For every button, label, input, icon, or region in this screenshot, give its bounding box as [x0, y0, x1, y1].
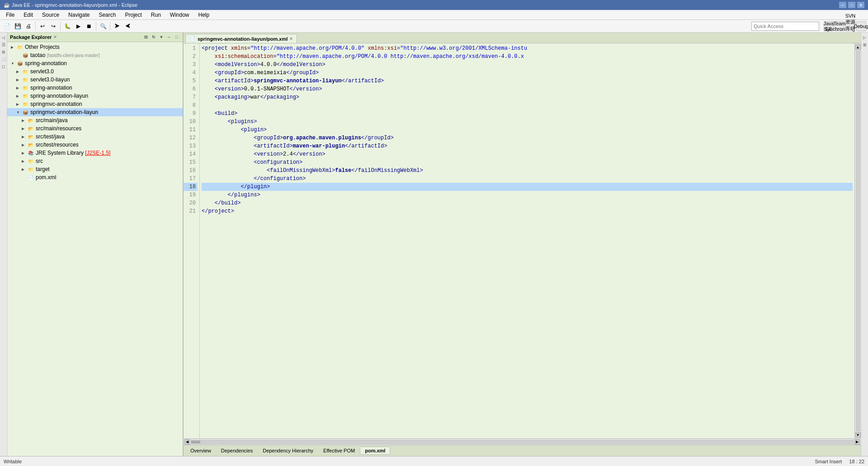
maximize-view-icon[interactable]: □ [174, 34, 180, 40]
tree-item-servlet30-liayun[interactable]: ▶ 📁 servlet3.0-liayun [7, 76, 183, 84]
code-line-14: <version>2.4</version> [202, 150, 853, 158]
tree-item-jre[interactable]: ▶ 📚 JRE System Library [J2SE-1.5] [7, 149, 183, 157]
undo-button[interactable]: ↩ [38, 21, 47, 31]
tree-item-src-test-resources[interactable]: ▶ 📂 src/test/resources [7, 141, 183, 149]
tree-item-target[interactable]: ▶ 📁 target [7, 165, 183, 173]
tree-item-spring-annotation-liayun[interactable]: ▶ 📁 spring-annotation-liayun [7, 92, 183, 100]
tree-item-springmvc-annotation-liayun[interactable]: ▼ 📦 springmvc-annotation-liayun [7, 108, 183, 116]
src-icon: 📂 [27, 133, 34, 140]
vertical-scrollbar[interactable]: ▲ ▼ [854, 43, 861, 438]
tree-label: spring-annotation-liayun [30, 93, 88, 99]
app-icon: ☕ [4, 2, 10, 8]
scroll-left-arrow[interactable]: ◀ [184, 439, 190, 445]
project-icon: 📦 [16, 60, 24, 67]
folder-icon: 📁 [27, 166, 34, 173]
horizontal-scrollbar[interactable]: ◀ ▶ [184, 438, 861, 445]
tree-arrow: ▼ [11, 62, 16, 66]
editor-tab-pom[interactable]: 📄 springmvc-annotation-liayun/pom.xml ✕ [185, 34, 297, 43]
bottom-tab-pom-xml[interactable]: pom.xml [360, 447, 390, 455]
print-button[interactable]: 🖨 [24, 21, 33, 31]
view-menu-icon[interactable]: ▼ [158, 34, 165, 40]
search-button[interactable]: 🔍 [98, 21, 108, 31]
line-num-8: 8 [184, 101, 198, 109]
line-num-5: 5 [184, 77, 198, 85]
quick-access-input[interactable] [751, 22, 819, 31]
xml-icon: 📄 [27, 174, 34, 181]
next-button[interactable]: ⮞ [112, 21, 122, 31]
line-num-7: 7 [184, 93, 198, 101]
scroll-down-arrow[interactable]: ▼ [855, 432, 861, 437]
tree-label: servlet3.0-liayun [30, 76, 70, 83]
tree-arrow: ▶ [16, 102, 22, 106]
debug-button[interactable]: 🐛 [62, 21, 72, 31]
statusbar: Writable Smart Insert 18 : 22 [0, 456, 868, 466]
tree-item-src-main-resources[interactable]: ▶ 📂 src/main/resources [7, 124, 183, 133]
line-num-6: 6 [184, 85, 198, 93]
side-icon-1[interactable]: ◁ [0, 34, 7, 41]
menu-navigate[interactable]: Navigate [64, 10, 94, 19]
tree-item-servlet30[interactable]: ▶ 📁 servlet3.0 [7, 67, 183, 76]
menu-source[interactable]: Source [38, 10, 63, 19]
scroll-up-arrow[interactable]: ▲ [855, 44, 861, 50]
tree-item-src-main-java[interactable]: ▶ 📂 src/main/java [7, 116, 183, 124]
right-icon-2[interactable]: ⊞ [862, 42, 868, 48]
bottom-tab-dep-hierarchy[interactable]: Dependency Hierarchy [258, 447, 318, 455]
tree-item-springmvc-annotation[interactable]: ▶ 📁 springmvc-annotation [7, 100, 183, 108]
menu-window[interactable]: Window [166, 10, 193, 19]
side-icon-4[interactable]: ⬜ [0, 56, 7, 62]
minimize-button[interactable]: ─ [839, 2, 846, 8]
perspective-debug[interactable]: Debug [856, 21, 866, 31]
menu-help[interactable]: Help [194, 10, 214, 19]
statusbar-right: Smart Insert 18 : 22 [815, 459, 864, 464]
tree-item-other-projects[interactable]: ▶ 📁 Other Projects [7, 43, 183, 51]
folder-icon: 📁 [22, 100, 29, 108]
right-icon-1[interactable]: ▷ [862, 34, 868, 41]
redo-button[interactable]: ↪ [48, 21, 58, 31]
minimize-view-icon[interactable]: ─ [166, 34, 172, 40]
code-line-3: <modelVersion>4.0.0</modelVersion> [202, 61, 853, 69]
scroll-right-arrow[interactable]: ▶ [854, 439, 860, 445]
tree-label: target [36, 166, 50, 172]
quick-access-container [751, 22, 819, 31]
bottom-tab-effective-pom[interactable]: Effective POM [318, 447, 360, 455]
tree-item-spring-annotation[interactable]: ▼ 📦 spring-annotation [7, 59, 183, 67]
side-icon-5[interactable]: ◻ [0, 63, 7, 70]
tree-item-spring-annotation-child[interactable]: ▶ 📁 spring-annotation [7, 84, 183, 92]
scroll-track-h[interactable] [191, 440, 854, 444]
scroll-track[interactable] [856, 51, 860, 431]
maximize-button[interactable]: □ [848, 2, 855, 8]
perspective-team[interactable]: Team Synchronizing [835, 21, 844, 31]
stop-button[interactable]: ⏹ [84, 21, 94, 31]
menu-search[interactable]: Search [94, 10, 120, 19]
menu-run[interactable]: Run [147, 10, 165, 19]
tree-item-src[interactable]: ▶ 📁 src [7, 157, 183, 165]
tree-label: spring-annotation [30, 85, 72, 91]
prev-button[interactable]: ⮜ [123, 21, 133, 31]
side-icon-2[interactable]: ☰ [0, 42, 7, 48]
bottom-tab-dependencies[interactable]: Dependencies [216, 447, 258, 455]
folder-icon: 📦 [22, 109, 29, 116]
code-area[interactable]: <project xmlns="http://maven.apache.org/… [200, 43, 854, 438]
run-button[interactable]: ▶ [73, 21, 83, 31]
code-line-1: <project xmlns="http://maven.apache.org/… [202, 44, 853, 52]
tree-arrow: ▶ [16, 70, 22, 74]
menu-edit[interactable]: Edit [19, 10, 37, 19]
bottom-tab-overview[interactable]: Overview [185, 447, 216, 455]
close-button[interactable]: ✕ [857, 2, 864, 8]
tree-item-taotao[interactable]: 📦 taotao [fastdfs-client-java master] [7, 51, 183, 59]
menu-file[interactable]: File [2, 10, 19, 19]
save-button[interactable]: 💾 [13, 21, 23, 31]
tree-arrow: ▼ [16, 110, 22, 114]
tree-arrow: ▶ [16, 86, 22, 90]
new-button[interactable]: 📄 [2, 21, 12, 31]
side-icon-3[interactable]: ⊞ [0, 49, 7, 55]
tree-item-pom-xml[interactable]: 📄 pom.xml [7, 173, 183, 181]
window-title: Java EE - springmvc-annotation-liayun/po… [12, 2, 137, 8]
tree-item-src-test-java[interactable]: ▶ 📂 src/test/java [7, 133, 183, 141]
collapse-icon[interactable]: ⊟ [143, 34, 149, 40]
tab-close-icon[interactable]: ✕ [289, 37, 293, 41]
tree-arrow: ▶ [22, 143, 27, 147]
code-line-19: </plugins> [202, 191, 853, 199]
sync-icon[interactable]: ↻ [151, 34, 157, 40]
menu-project[interactable]: Project [121, 10, 146, 19]
